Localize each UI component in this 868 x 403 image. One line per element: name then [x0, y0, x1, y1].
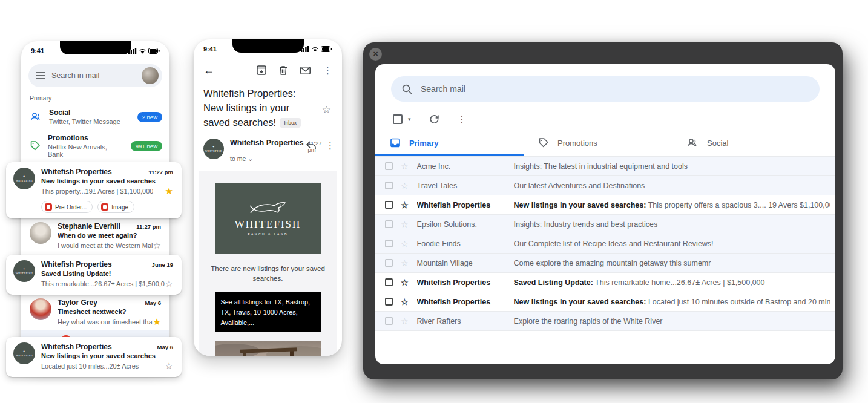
row-snippet: Our Complete list of Recipe Ideas and Re…: [514, 240, 830, 248]
email-row[interactable]: Whitefish Properties New listings in you…: [375, 292, 835, 312]
row-checkbox[interactable]: [385, 298, 393, 306]
listings-link-banner[interactable]: See all listings for TX, Bastrop, TX, Tr…: [215, 292, 321, 332]
tab-promotions[interactable]: Promotions: [524, 131, 672, 156]
search-mail-bar[interactable]: Search mail: [391, 76, 820, 102]
row-star-icon[interactable]: [401, 316, 409, 327]
star-icon[interactable]: [165, 186, 173, 197]
row-snippet-text: Our Complete list of Recipe Ideas and Re…: [514, 240, 714, 248]
star-icon[interactable]: [153, 240, 161, 251]
star-icon[interactable]: [153, 316, 161, 327]
to-label: to me: [230, 155, 246, 162]
logo-subtitle: RANCH & LAND: [248, 232, 288, 236]
email-row[interactable]: Epsilon Solutions. Insights: Industry tr…: [375, 215, 835, 234]
select-all-checkbox[interactable]: [393, 114, 403, 124]
back-icon[interactable]: ←: [203, 65, 214, 76]
email-snippet: Located just 10 miles...20± Acres: [41, 362, 139, 370]
row-snippet-text: Our latest Adventures and Destinations: [514, 182, 645, 190]
wifi-icon: [139, 48, 146, 54]
row-checkbox[interactable]: [385, 220, 393, 228]
row-star-icon[interactable]: [401, 277, 409, 288]
logo-title: WHITEFISH: [235, 218, 301, 231]
category-promotions[interactable]: Promotions Netflix New Arrivals, Bank 99…: [21, 129, 169, 162]
delete-icon[interactable]: [279, 65, 288, 75]
close-icon: ✕: [373, 50, 378, 58]
archive-icon[interactable]: [257, 65, 266, 75]
recipient-chevron-icon[interactable]: ⌄: [248, 155, 253, 162]
category-title: Social: [49, 108, 130, 117]
email-row[interactable]: River Rafters Explore the roaring rapids…: [375, 312, 835, 331]
row-star-icon[interactable]: [401, 200, 409, 211]
more-options-icon[interactable]: ⋮: [326, 141, 335, 150]
status-icons: [128, 48, 160, 54]
profile-avatar[interactable]: [142, 67, 159, 84]
row-snippet-text: Come explore the amazing mountain getawa…: [514, 259, 711, 267]
row-checkbox[interactable]: [385, 259, 393, 267]
email-list-item[interactable]: ✦WHITEFISH Whitefish Properties June 19 …: [6, 255, 182, 295]
row-sender: Epsilon Solutions.: [417, 220, 514, 229]
attachment-chip[interactable]: Image: [97, 201, 134, 213]
row-checkbox[interactable]: [385, 240, 393, 247]
email-row[interactable]: Acme Inc. Insights: The latest in indust…: [375, 157, 835, 176]
inbox-label-chip: Inbox: [280, 118, 301, 128]
section-label-primary: Primary: [30, 94, 169, 102]
row-snippet-text: Located just 10 minutes outside of Bastr…: [646, 298, 830, 306]
mark-unread-icon[interactable]: [300, 67, 311, 74]
social-new-badge: 2 new: [137, 112, 162, 122]
tab-primary[interactable]: Primary: [375, 131, 524, 156]
email-subject: Saved Listing Update!: [41, 270, 173, 277]
email-list-item[interactable]: ✦WHITEFISH Whitefish Properties 11:27 pm…: [6, 162, 182, 218]
star-icon[interactable]: [165, 278, 173, 289]
sender-avatar-whitefish: ✦WHITEFISH: [13, 260, 35, 282]
email-list-item[interactable]: Taylor Grey May 6 Timesheet nextweek? He…: [21, 295, 169, 331]
attachment-chip[interactable]: Pre-Order...: [41, 201, 93, 213]
row-checkbox[interactable]: [385, 162, 393, 170]
row-star-icon[interactable]: [401, 161, 409, 172]
email-row[interactable]: Whitefish Properties New listings in you…: [375, 195, 835, 215]
email-row[interactable]: Travel Tales Our latest Adventures and D…: [375, 176, 835, 195]
status-bar: 9:41: [21, 41, 169, 58]
email-row[interactable]: Mountain Village Come explore the amazin…: [375, 254, 835, 273]
row-star-icon[interactable]: [401, 258, 409, 269]
email-subject: New listings in your saved searches: [41, 352, 173, 359]
email-row[interactable]: Foodie Finds Our Complete list of Recipe…: [375, 234, 835, 254]
primary-tab-icon: [390, 137, 401, 148]
status-time: 9:41: [203, 45, 217, 53]
row-checkbox[interactable]: [385, 201, 393, 209]
sender-name: Whitefish Properties: [230, 139, 304, 147]
row-checkbox[interactable]: [385, 317, 393, 325]
email-subject: Timesheet nextweek?: [58, 308, 161, 315]
email-subject: When do we meet again?: [58, 232, 161, 239]
row-subject-bold: Saved Listing Update:: [514, 278, 593, 287]
row-checkbox[interactable]: [385, 278, 393, 286]
email-list-item[interactable]: ✦WHITEFISH Whitefish Properties May 6 Ne…: [6, 337, 182, 377]
category-title: Promotions: [48, 134, 123, 142]
category-social[interactable]: Social Twitter, Twitter Message 2 new: [21, 104, 169, 129]
row-star-icon[interactable]: [401, 219, 409, 230]
row-checkbox[interactable]: [385, 182, 393, 189]
refresh-icon[interactable]: [429, 114, 439, 124]
gmail-panel: Search mail ▾ ⋮ Primary Promotions: [375, 64, 835, 364]
email-row[interactable]: Whitefish Properties Saved Listing Updat…: [375, 273, 835, 292]
search-bar[interactable]: Search in mail: [28, 64, 162, 87]
row-star-icon[interactable]: [401, 297, 409, 307]
category-subtitle: Twitter, Twitter Message: [49, 118, 130, 125]
menu-icon[interactable]: [36, 72, 45, 79]
row-snippet: Explore the roaring rapids of the White …: [514, 317, 830, 326]
email-sender: Whitefish Properties: [41, 342, 112, 351]
reply-icon[interactable]: [306, 141, 316, 149]
tab-label: Social: [707, 139, 728, 148]
close-button[interactable]: ✕: [369, 48, 382, 61]
star-icon[interactable]: [165, 361, 173, 372]
tab-social[interactable]: Social: [672, 131, 820, 156]
more-options-icon[interactable]: ⋮: [458, 114, 467, 123]
select-dropdown-icon[interactable]: ▾: [408, 116, 411, 122]
email-list-item[interactable]: Stephanie Everhill 11:27 pm When do we m…: [21, 218, 169, 255]
ranch-photo: [215, 341, 321, 356]
star-icon[interactable]: [322, 103, 331, 130]
phone-notch: [232, 39, 304, 53]
row-star-icon[interactable]: [401, 180, 409, 191]
gmail-desktop-window: ✕ Search mail ▾ ⋮ Primary: [363, 42, 843, 379]
more-options-icon[interactable]: ⋮: [323, 66, 332, 75]
email-sender: Stephanie Everhill: [58, 222, 120, 231]
row-star-icon[interactable]: [401, 238, 409, 249]
